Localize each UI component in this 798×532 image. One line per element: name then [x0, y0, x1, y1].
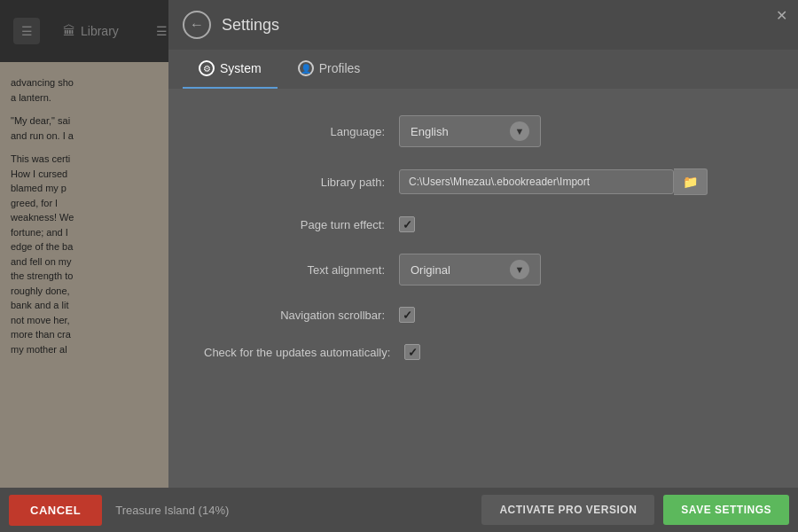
system-tab-icon: ⚙ — [199, 60, 215, 76]
text-alignment-control: Original ▼ — [399, 254, 541, 286]
language-value: English — [411, 125, 449, 138]
text-alignment-value: Original — [411, 263, 450, 277]
nav-scrollbar-checkbox[interactable] — [399, 307, 415, 323]
activate-pro-button[interactable]: ACTIVATE PRO VERSION — [481, 495, 654, 525]
profiles-tab-icon: 👤 — [298, 60, 314, 76]
check-updates-control — [404, 344, 420, 360]
text-alignment-dropdown-arrow: ▼ — [510, 260, 529, 279]
save-settings-button[interactable]: SAVE SETTINGS — [663, 495, 789, 525]
bottom-bar: CANCEL Treasure Island (14%) ACTIVATE PR… — [0, 488, 798, 532]
page-turn-label: Page turn effect: — [204, 218, 399, 231]
tab-system[interactable]: ⚙ System — [183, 50, 278, 89]
page-turn-control — [399, 216, 415, 232]
close-button[interactable]: ✕ — [776, 7, 787, 24]
library-path-label: Library path: — [204, 176, 399, 189]
book-title-label: Treasure Island (14%) — [115, 504, 229, 517]
settings-dialog: ← Settings ✕ ⚙ System 👤 Profiles Languag… — [168, 0, 798, 488]
settings-tabs: ⚙ System 👤 Profiles — [168, 50, 798, 89]
language-row: Language: English ▼ — [204, 115, 763, 147]
close-icon: ✕ — [776, 8, 787, 23]
nav-scrollbar-row: Navigation scrollbar: — [204, 307, 763, 323]
check-updates-checkbox[interactable] — [404, 344, 420, 360]
text-alignment-dropdown[interactable]: Original ▼ — [399, 254, 541, 286]
library-path-control: 📁 — [399, 168, 708, 195]
language-label: Language: — [204, 125, 399, 138]
dialog-header: ← Settings ✕ — [168, 0, 798, 50]
folder-icon: 📁 — [683, 175, 698, 189]
check-updates-label: Check for the updates automatically: — [204, 346, 404, 359]
language-control: English ▼ — [399, 115, 541, 147]
nav-scrollbar-label: Navigation scrollbar: — [204, 309, 399, 322]
back-icon: ← — [190, 17, 204, 33]
library-path-row: Library path: 📁 — [204, 168, 763, 195]
text-alignment-label: Text alignment: — [204, 263, 399, 277]
text-alignment-row: Text alignment: Original ▼ — [204, 254, 763, 286]
dialog-title: Settings — [222, 16, 279, 35]
back-button[interactable]: ← — [183, 11, 211, 39]
page-turn-row: Page turn effect: — [204, 216, 763, 232]
library-path-input[interactable] — [399, 169, 674, 194]
nav-scrollbar-control — [399, 307, 415, 323]
folder-browse-button[interactable]: 📁 — [674, 168, 708, 195]
cancel-button[interactable]: CANCEL — [9, 495, 102, 526]
language-dropdown-arrow: ▼ — [510, 121, 529, 141]
check-updates-row: Check for the updates automatically: — [204, 344, 763, 360]
page-turn-checkbox[interactable] — [399, 216, 415, 232]
settings-content: Language: English ▼ Library path: 📁 Page… — [168, 89, 798, 488]
language-dropdown[interactable]: English ▼ — [399, 115, 541, 147]
tab-profiles[interactable]: 👤 Profiles — [282, 50, 377, 89]
